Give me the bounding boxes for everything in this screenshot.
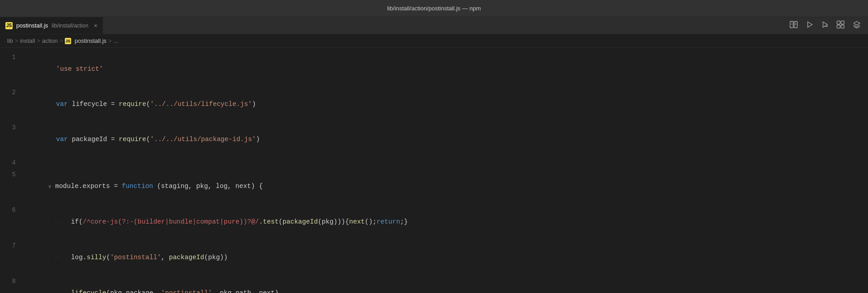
code-line-5: 5 ∨ module.exports = function (staging, … xyxy=(0,169,868,204)
line-content-7: ·· log.silly('postinstall', packageId(pk… xyxy=(25,240,868,275)
fold-arrow-5[interactable]: ∨ xyxy=(48,184,54,189)
line-number-7: 7 xyxy=(0,240,25,252)
line-content-3: var packageId = require('../../utils/pac… xyxy=(25,122,868,157)
line-content-8: ·· lifecycle(pkg.package, 'postinstall',… xyxy=(25,275,868,293)
tab-close-button[interactable]: × xyxy=(94,23,97,29)
code-line-2: 2 var lifecycle = require('../../utils/l… xyxy=(0,87,868,122)
code-line-6: 6 ·· if(/^core-js(?:-(builder|bundle|com… xyxy=(0,204,868,240)
line-content-5: ∨ module.exports = function (staging, pk… xyxy=(25,169,868,204)
window-title: lib/install/action/postinstall.js — npm xyxy=(387,5,481,12)
breadcrumb: lib > install > action > JS postinstall.… xyxy=(0,34,868,48)
svg-rect-10 xyxy=(841,21,844,24)
line-number-1: 1 xyxy=(0,51,25,63)
breadcrumb-action[interactable]: action xyxy=(42,37,58,44)
line-content-2: var lifecycle = require('../../utils/lif… xyxy=(25,87,868,122)
code-line-4: 4 xyxy=(0,157,868,169)
breadcrumb-lib[interactable]: lib xyxy=(7,37,13,44)
layers-icon[interactable] xyxy=(853,20,861,31)
run-icon[interactable] xyxy=(806,21,813,30)
line-number-3: 3 xyxy=(0,122,25,133)
active-tab[interactable]: JS postinstall.js lib/install/action × xyxy=(0,17,103,34)
line-number-5: 5 xyxy=(0,169,25,180)
tab-filename: postinstall.js xyxy=(16,22,48,29)
code-line-8: 8 ·· lifecycle(pkg.package, 'postinstall… xyxy=(0,275,868,293)
code-line-7: 7 ·· log.silly('postinstall', packageId(… xyxy=(0,240,868,275)
svg-rect-12 xyxy=(841,25,844,28)
breadcrumb-js-icon: JS xyxy=(65,38,71,44)
breadcrumb-ellipsis[interactable]: ... xyxy=(113,37,118,44)
line-content-1: 'use strict' xyxy=(25,51,868,87)
split-view-icon[interactable] xyxy=(790,20,798,31)
line-number-6: 6 xyxy=(0,204,25,216)
line-number-8: 8 xyxy=(0,275,25,287)
code-line-3: 3 var packageId = require('../../utils/p… xyxy=(0,122,868,157)
toolbar-right xyxy=(790,20,861,31)
code-editor: 1 'use strict' 2 var lifecycle = require… xyxy=(0,48,868,293)
breadcrumb-filename[interactable]: postinstall.js xyxy=(75,37,107,44)
line-content-6: ·· if(/^core-js(?:-(builder|bundle|compa… xyxy=(25,204,868,240)
code-line-1: 1 'use strict' xyxy=(0,51,868,87)
js-file-icon: JS xyxy=(5,22,13,29)
svg-rect-11 xyxy=(837,25,840,28)
svg-rect-9 xyxy=(837,21,840,24)
run-debug-icon[interactable] xyxy=(821,21,828,30)
line-number-2: 2 xyxy=(0,87,25,98)
breadcrumb-install[interactable]: install xyxy=(20,37,35,44)
title-bar: lib/install/action/postinstall.js — npm xyxy=(0,0,868,17)
tab-path: lib/install/action xyxy=(52,23,88,29)
command-palette-icon[interactable] xyxy=(836,20,845,31)
tab-bar: JS postinstall.js lib/install/action × xyxy=(0,17,868,34)
svg-marker-6 xyxy=(808,22,812,27)
line-number-4: 4 xyxy=(0,157,25,169)
